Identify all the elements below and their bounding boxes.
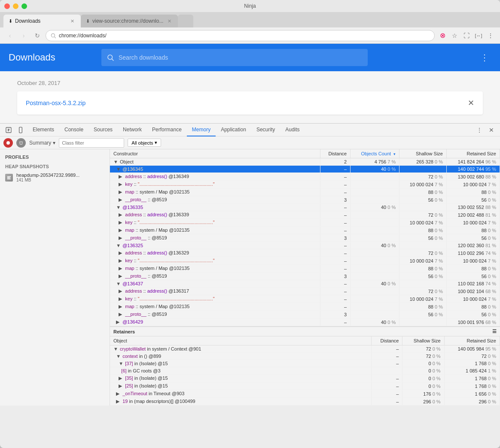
expand-icon[interactable]: ▼ <box>113 159 119 164</box>
nav-star-icon[interactable]: ☆ <box>449 30 460 41</box>
retainer-row[interactable]: ▼ cryptoWallet in system / Context @901 … <box>110 345 500 353</box>
ret-col-shallow[interactable]: Shallow Size <box>402 336 444 345</box>
address-input[interactable] <box>59 33 430 39</box>
expand-icon[interactable]: ▶ <box>119 304 124 309</box>
table-row[interactable]: ▶ map :: system / Map @102135 – 88 0 % 8… <box>110 303 500 311</box>
table-row[interactable]: ▶ map :: system / Map @102135 – 88 0 % 8… <box>110 188 500 196</box>
expand-icon[interactable]: ▶ <box>116 391 121 397</box>
expand-icon[interactable]: ▶ <box>119 212 124 218</box>
expand-icon[interactable]: ▶ <box>116 319 121 325</box>
expand-icon[interactable]: ▼ <box>116 205 121 210</box>
expand-icon[interactable]: ▶ <box>119 220 124 225</box>
download-filename[interactable]: Postman-osx-5.3.2.zip <box>26 100 85 106</box>
app-menu-button[interactable]: ⋮ <box>478 51 491 64</box>
table-row[interactable]: ▼ @136345 – 40 0 % 140 002 744 95 % <box>110 166 500 173</box>
objects-dropdown[interactable]: All objects ▾ <box>128 139 161 147</box>
devtools-more-icon[interactable]: ⋮ <box>474 125 485 135</box>
tab-downloads[interactable]: ⬇ Downloads ✕ <box>3 15 81 27</box>
table-row[interactable]: ▶ __proto__ :: @8519 3 56 0 % 56 0 % <box>110 272 500 280</box>
tab-application[interactable]: Application <box>216 124 251 136</box>
expand-icon[interactable]: ▼ <box>113 346 119 351</box>
devtools-close-icon[interactable]: ✕ <box>486 125 497 135</box>
heap-snapshot-item[interactable]: heapdump-205347232.9989... 141 MB <box>0 170 110 185</box>
table-row[interactable]: ▶ address :: address() @136339 – 72 0 % … <box>110 211 500 219</box>
app-search-input[interactable] <box>119 54 363 61</box>
table-row[interactable]: ▶ address :: address() @136317 – 72 0 % … <box>110 288 500 295</box>
col-retained-size[interactable]: Retained Size <box>446 149 500 158</box>
expand-icon[interactable]: ▶ <box>119 296 124 302</box>
table-row[interactable]: ▶ key :: "..............................… <box>110 219 500 227</box>
devtools-inspect-icon[interactable] <box>3 125 14 135</box>
ret-col-retained[interactable]: Retained Size <box>444 336 500 345</box>
tab-elements[interactable]: Elements <box>27 124 59 136</box>
retainer-row[interactable]: ▶ _onTimeout in Timeout @903 – 176 0 % 1… <box>110 390 500 398</box>
expand-icon[interactable]: ▶ <box>119 235 124 241</box>
tab-view-source[interactable]: ⬇ view-source:chrome://downlo... ✕ <box>81 15 178 27</box>
col-distance[interactable]: Distance <box>320 149 351 158</box>
tab-console[interactable]: Console <box>59 124 88 136</box>
tab-performance[interactable]: Performance <box>147 124 187 136</box>
address-bar[interactable] <box>46 30 435 41</box>
table-row[interactable]: ▼ @136325 – 40 0 % 120 002 360 81 % <box>110 242 500 249</box>
table-row[interactable]: ▶ map :: system / Map @102135 – 88 0 % 8… <box>110 265 500 272</box>
tab-memory[interactable]: Memory <box>187 124 216 136</box>
download-close-icon[interactable]: ✕ <box>468 98 474 108</box>
app-search-bar[interactable] <box>101 49 368 66</box>
expand-icon[interactable]: ▶ <box>119 288 124 294</box>
table-row[interactable]: ▶ @136429 – 40 0 % 100 001 976 68 % <box>110 318 500 326</box>
devtools-mobile-icon[interactable] <box>15 125 26 135</box>
table-row[interactable]: ▶ map :: system / Map @102135 – 88 0 % 8… <box>110 227 500 234</box>
ret-col-distance[interactable]: Distance <box>371 336 402 345</box>
retainer-row[interactable]: ▼ context in () @899 – 72 0 % 72 0 % <box>110 353 500 360</box>
class-filter-input[interactable] <box>59 138 124 148</box>
col-shallow-size[interactable]: Shallow Size <box>399 149 447 158</box>
nav-screencast-icon[interactable]: [↔] <box>473 30 484 41</box>
maximize-button[interactable] <box>21 3 27 9</box>
expand-icon[interactable]: ▶ <box>119 383 124 389</box>
tab-network[interactable]: Network <box>118 124 147 136</box>
table-row[interactable]: ▼ @136437 – 40 0 % 110 002 168 74 % <box>110 280 500 288</box>
expand-icon[interactable]: ▼ <box>116 354 121 359</box>
tab-security[interactable]: Security <box>251 124 280 136</box>
tab-downloads-close[interactable]: ✕ <box>69 18 76 24</box>
tab-view-source-close[interactable]: ✕ <box>166 18 173 24</box>
nav-more-icon[interactable]: ⋮ <box>485 30 496 41</box>
close-button[interactable] <box>4 3 10 9</box>
retainer-row[interactable]: ▶ [25] in (Isolate) @15 – 0 0 % 1 768 0 … <box>110 382 500 390</box>
expand-icon[interactable]: ▼ <box>119 361 124 366</box>
table-row[interactable]: ▶ key :: "..............................… <box>110 295 500 303</box>
table-row[interactable]: ▶ address :: address() @136329 – 72 0 % … <box>110 249 500 257</box>
back-button[interactable]: ‹ <box>4 30 15 41</box>
reload-button[interactable]: ↻ <box>32 30 43 41</box>
expand-icon[interactable]: ▶ <box>119 266 124 271</box>
retainers-menu-icon[interactable]: ☰ <box>492 329 497 334</box>
trash-button[interactable] <box>16 138 26 148</box>
expand-icon[interactable]: ▶ <box>119 258 124 263</box>
minimize-button[interactable] <box>13 3 18 9</box>
expand-icon[interactable]: ▶ <box>119 273 124 279</box>
summary-filter[interactable]: Summary ▾ <box>29 140 55 146</box>
table-row[interactable]: ▶ __proto__ :: @8519 3 56 0 % 56 0 % <box>110 196 500 204</box>
table-row[interactable]: ▼ Object 2 4 756 7 % 265 328 0 % 141 824… <box>110 158 500 166</box>
forward-button[interactable]: › <box>18 30 29 41</box>
retainer-row[interactable]: [6] in GC roots @3 0 0 % 1 085 424 1 % <box>110 367 500 375</box>
table-row[interactable]: ▼ @136335 – 40 0 % 130 002 552 88 % <box>110 204 500 211</box>
expand-icon[interactable]: ▶ <box>119 174 124 179</box>
retainer-row[interactable]: ▶ [35] in (Isolate) @15 – 0 0 % 1 768 0 … <box>110 375 500 382</box>
record-button[interactable] <box>3 138 13 148</box>
nav-refresh-icon[interactable]: ⊗ <box>437 30 448 41</box>
retainer-row[interactable]: ▶ 19 in (map descriptors)[] @100499 – 29… <box>110 398 500 406</box>
nav-expand-icon[interactable]: ⛶ <box>461 30 472 41</box>
col-constructor[interactable]: Constructor <box>110 149 320 158</box>
table-row[interactable]: ▶ __proto__ :: @8519 3 56 0 % 56 0 % <box>110 234 500 242</box>
expand-icon[interactable]: ▼ <box>116 281 121 286</box>
retainer-row[interactable]: ▼ [37] in (Isolate) @15 – 0 0 % 1 768 0 … <box>110 360 500 367</box>
col-objects-count[interactable]: Objects Count ▾ <box>351 149 399 158</box>
tab-sources[interactable]: Sources <box>88 124 118 136</box>
table-row[interactable]: ▶ key :: "..............................… <box>110 257 500 265</box>
expand-icon[interactable]: ▶ <box>119 250 124 256</box>
table-row[interactable]: ▶ key :: "..............................… <box>110 181 500 188</box>
expand-icon[interactable]: ▶ <box>116 399 121 404</box>
expand-icon[interactable]: ▶ <box>119 227 124 233</box>
table-row[interactable]: ▶ address :: address() @136349 – 72 0 % … <box>110 173 500 181</box>
